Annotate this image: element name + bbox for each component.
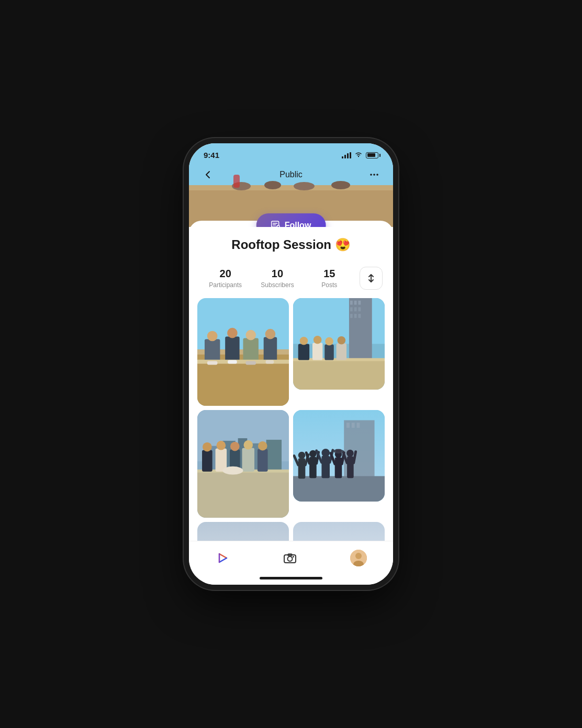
svg-rect-42: [293, 359, 385, 390]
back-button[interactable]: [199, 166, 216, 183]
svg-rect-69: [258, 449, 268, 471]
svg-rect-59: [197, 471, 289, 518]
svg-point-22: [245, 330, 256, 340]
wifi-icon: [354, 151, 363, 159]
participants-label: Participants: [209, 281, 242, 289]
svg-rect-28: [245, 361, 256, 365]
participants-count: 20: [199, 268, 251, 280]
camera-icon: [283, 551, 297, 565]
svg-point-51: [338, 336, 346, 345]
svg-point-64: [217, 441, 226, 450]
partial-photo: [197, 522, 289, 541]
svg-rect-75: [346, 423, 350, 428]
svg-point-104: [293, 556, 294, 558]
main-content: Rooftop Session 😍 20 Participants 10 Sub…: [189, 221, 393, 541]
svg-point-106: [355, 553, 362, 559]
home-icon: [215, 551, 230, 565]
album-title: Rooftop Session 😍: [199, 237, 383, 252]
svg-point-70: [258, 441, 267, 451]
album-emoji: 😍: [335, 237, 351, 252]
svg-point-62: [203, 442, 212, 452]
nav-bar: Public: [189, 166, 393, 183]
photo-item[interactable]: [197, 410, 289, 518]
partial-photo: [293, 522, 385, 541]
svg-rect-34: [354, 301, 357, 305]
stats-row: 20 Participants 10 Subscribers 15 Posts: [189, 263, 393, 298]
svg-rect-44: [298, 344, 309, 360]
svg-rect-91: [335, 457, 342, 478]
svg-point-8: [358, 156, 359, 157]
posts-label: Posts: [321, 281, 337, 289]
svg-point-9: [370, 174, 372, 176]
svg-rect-33: [350, 301, 353, 305]
svg-point-20: [227, 328, 238, 338]
hero-section: 9:41: [189, 143, 393, 227]
svg-rect-48: [324, 344, 334, 360]
svg-point-5: [294, 182, 315, 190]
svg-rect-37: [354, 308, 357, 312]
photo-item[interactable]: [197, 298, 289, 406]
svg-rect-95: [347, 456, 354, 478]
more-options-button[interactable]: [366, 166, 383, 183]
svg-point-96: [346, 450, 354, 457]
posts-stat: 15 Posts: [304, 268, 355, 289]
phone-shell: 9:41: [189, 143, 393, 585]
svg-rect-67: [242, 448, 255, 471]
follow-button[interactable]: Follow: [256, 213, 326, 227]
svg-point-24: [265, 329, 276, 339]
svg-point-88: [321, 449, 330, 457]
nav-item-camera[interactable]: [272, 549, 308, 567]
svg-point-11: [376, 174, 378, 176]
svg-rect-19: [225, 337, 239, 361]
nav-item-home[interactable]: [205, 549, 240, 567]
svg-rect-41: [358, 314, 361, 318]
svg-rect-50: [337, 344, 346, 360]
svg-point-102: [287, 556, 292, 561]
subscribers-label: Subscribers: [261, 281, 294, 289]
svg-point-68: [243, 440, 253, 450]
photo-item[interactable]: [293, 410, 385, 502]
title-section: Rooftop Session 😍: [189, 237, 393, 263]
svg-rect-23: [264, 337, 277, 361]
svg-rect-78: [293, 476, 385, 502]
photo-item[interactable]: [293, 298, 385, 390]
svg-rect-39: [350, 314, 353, 318]
subscribers-count: 10: [251, 268, 303, 280]
photo-grid: [189, 298, 393, 522]
nav-item-profile[interactable]: [340, 548, 377, 568]
svg-rect-87: [321, 456, 330, 478]
svg-rect-40: [354, 314, 357, 318]
svg-rect-58: [266, 440, 282, 472]
svg-rect-35: [358, 301, 361, 305]
svg-point-10: [373, 174, 375, 176]
follow-label: Follow: [285, 221, 311, 227]
profile-avatar: [350, 550, 367, 566]
svg-point-80: [298, 452, 306, 459]
svg-rect-76: [352, 423, 355, 428]
svg-rect-77: [357, 423, 360, 428]
svg-rect-100: [336, 449, 341, 453]
battery-icon: [366, 152, 378, 158]
svg-rect-61: [202, 450, 212, 471]
subscribers-stat: 10 Subscribers: [251, 268, 303, 289]
svg-point-71: [222, 467, 243, 475]
partial-images-row: [189, 522, 393, 541]
svg-point-66: [230, 442, 240, 451]
svg-point-45: [300, 337, 308, 345]
posts-count: 15: [304, 268, 355, 280]
svg-rect-21: [243, 338, 259, 361]
svg-rect-83: [309, 457, 317, 478]
nav-title: Public: [279, 170, 303, 179]
follow-icon: [271, 220, 281, 227]
svg-rect-29: [266, 360, 274, 364]
svg-point-47: [314, 336, 322, 344]
follow-button-container: Follow: [256, 213, 326, 227]
svg-rect-38: [358, 308, 361, 312]
svg-rect-17: [205, 339, 220, 362]
sort-button[interactable]: [360, 267, 383, 290]
participants-stat: 20 Participants: [199, 268, 251, 289]
status-bar: 9:41: [189, 143, 393, 164]
home-indicator: [260, 577, 322, 579]
svg-rect-27: [228, 360, 237, 364]
bottom-nav: [189, 541, 393, 573]
